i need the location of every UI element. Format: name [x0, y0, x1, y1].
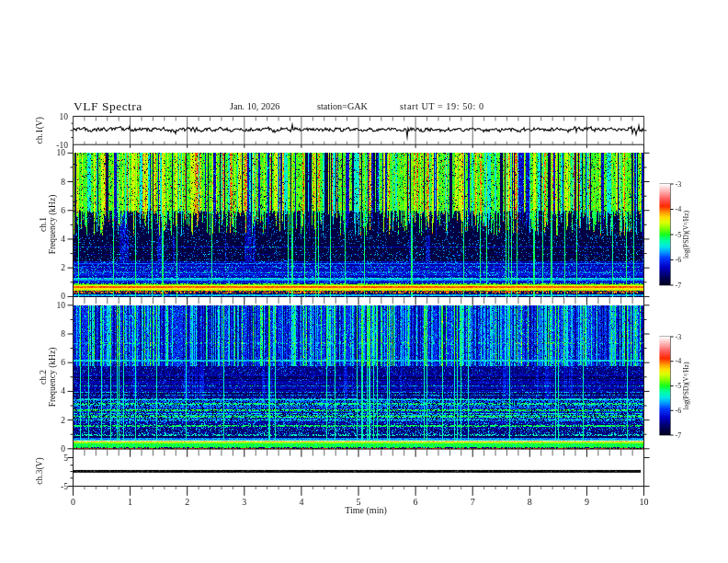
svg-text:5: 5: [63, 454, 68, 463]
svg-text:-4: -4: [676, 357, 682, 365]
svg-text:Jan. 10, 2026: Jan. 10, 2026: [230, 101, 279, 111]
svg-text:-5: -5: [676, 231, 682, 239]
svg-text:-6: -6: [676, 407, 682, 415]
svg-text:9: 9: [585, 497, 589, 507]
svg-text:-6: -6: [676, 256, 682, 264]
svg-text:4: 4: [61, 235, 65, 244]
svg-text:0: 0: [71, 497, 75, 507]
svg-text:-3: -3: [676, 180, 682, 189]
svg-text:Frequency (kHz): Frequency (kHz): [48, 195, 58, 255]
svg-text:log(PSD)(V2/Hz): log(PSD)(V2/Hz): [682, 362, 690, 410]
svg-text:2: 2: [61, 263, 65, 272]
svg-text:-7: -7: [676, 282, 682, 290]
svg-text:ch.2: ch.2: [39, 370, 48, 385]
svg-text:-3: -3: [676, 333, 682, 341]
svg-text:8: 8: [61, 329, 65, 339]
svg-text:-7: -7: [676, 431, 682, 440]
svg-text:6: 6: [414, 497, 418, 507]
svg-text:Time (min): Time (min): [345, 505, 386, 516]
svg-text:1: 1: [128, 497, 132, 507]
svg-text:-4: -4: [676, 205, 682, 213]
svg-text:10: 10: [57, 148, 66, 157]
svg-text:10: 10: [57, 301, 66, 310]
svg-text:7: 7: [471, 497, 475, 507]
svg-text:8: 8: [528, 497, 532, 507]
svg-text:6: 6: [61, 206, 65, 215]
svg-text:4: 4: [61, 386, 65, 396]
svg-text:2: 2: [185, 497, 189, 507]
svg-text:-5: -5: [61, 482, 68, 491]
svg-text:ch.1(V): ch.1(V): [35, 117, 45, 144]
svg-text:Frequency (kHz): Frequency (kHz): [48, 348, 58, 408]
svg-text:3: 3: [242, 497, 246, 507]
svg-text:station=GAK: station=GAK: [317, 101, 369, 111]
svg-text:start UT = 19: 50: 0: start UT = 19: 50: 0: [400, 101, 484, 111]
svg-text:10: 10: [60, 112, 69, 121]
svg-text:log(PSD)(V2/Hz): log(PSD)(V2/Hz): [682, 210, 690, 259]
svg-text:8: 8: [61, 178, 65, 187]
svg-text:0: 0: [61, 444, 65, 454]
svg-text:ch.3(V): ch.3(V): [35, 457, 45, 484]
svg-text:-5: -5: [676, 382, 682, 390]
svg-text:VLF Spectra: VLF Spectra: [74, 99, 142, 113]
svg-text:4: 4: [299, 497, 303, 507]
svg-text:2: 2: [61, 416, 65, 425]
svg-text:ch.1: ch.1: [39, 217, 48, 232]
svg-text:10: 10: [640, 497, 649, 507]
svg-text:6: 6: [61, 358, 65, 367]
